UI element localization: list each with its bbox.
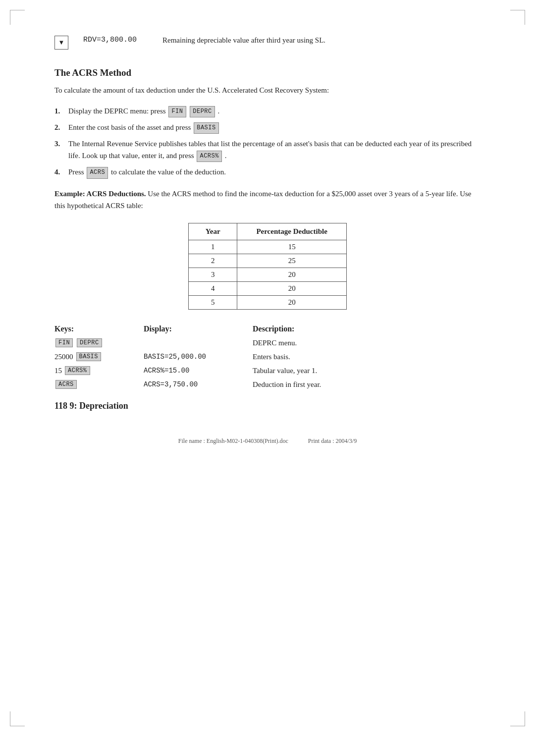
key-acrs[interactable]: ACRS <box>87 167 108 178</box>
key-basis[interactable]: BASIS <box>194 122 219 134</box>
kdd-row-1: FINDEPRCDEPRC menu. <box>54 338 481 347</box>
key-btn-acrs[interactable]: ACRS <box>55 380 77 389</box>
kdd-display-cell-3: ACRS%=15.00 <box>144 367 253 375</box>
step-2-content: Enter the cost basis of the asset and pr… <box>68 121 481 134</box>
acrs-table: Year Percentage Deductible 1152253204205… <box>188 223 347 310</box>
kdd-desc-cell-4: Deduction in first year. <box>253 380 481 389</box>
table-row: 420 <box>189 282 347 296</box>
acrs-table-wrapper: Year Percentage Deductible 1152253204205… <box>54 223 481 310</box>
step-4: 4. Press ACRS to calculate the value of … <box>54 166 481 178</box>
rdv-icon: ▼ <box>54 36 68 50</box>
key-btn-basis[interactable]: BASIS <box>76 352 102 361</box>
cell-pct: 20 <box>237 268 347 282</box>
page-content: ▼ RDV=3,800.00 Remaining depreciable val… <box>54 0 481 455</box>
corner-tl <box>10 10 25 25</box>
col-header-pct-deductible: Percentage Deductible <box>237 223 347 240</box>
kdd-desc-cell-2: Enters basis. <box>253 353 481 361</box>
kdd-display-cell-4: ACRS=3,750.00 <box>144 380 253 388</box>
kdd-keys-cell-3: 15ACRS% <box>54 366 144 375</box>
kdd-header: Keys: Display: Description: <box>54 324 481 333</box>
key-btn-fin[interactable]: FIN <box>55 338 73 347</box>
kdd-header-description: Description: <box>253 324 481 333</box>
kdd-keys-plain-3: 15 <box>54 367 62 375</box>
kdd-display-cell-2: BASIS=25,000.00 <box>144 353 253 361</box>
cell-year: 3 <box>189 268 237 282</box>
kdd-row-3: 15ACRS%ACRS%=15.00Tabular value, year 1. <box>54 366 481 375</box>
cell-pct: 20 <box>237 282 347 296</box>
cell-year: 2 <box>189 254 237 268</box>
page-footer: File name : English-M02-1-040308(Print).… <box>54 437 481 445</box>
rdv-row: ▼ RDV=3,800.00 Remaining depreciable val… <box>54 35 481 50</box>
rdv-value: RDV=3,800.00 <box>83 36 162 44</box>
corner-tr <box>510 10 525 25</box>
kdd-header-keys: Keys: <box>54 324 144 333</box>
acrs-intro: To calculate the amount of tax deduction… <box>54 84 481 96</box>
table-row: 225 <box>189 254 347 268</box>
corner-br <box>510 711 525 726</box>
key-btn-deprc[interactable]: DEPRC <box>77 338 102 347</box>
footer-printdate: Print data : 2004/3/9 <box>308 437 357 445</box>
step-4-content: Press ACRS to calculate the value of the… <box>68 166 481 178</box>
key-deprc[interactable]: DEPRC <box>190 106 215 117</box>
step-2-num: 2. <box>54 121 68 133</box>
cell-pct: 25 <box>237 254 347 268</box>
col-header-year: Year <box>189 223 237 240</box>
rdv-description: Remaining depreciable value after third … <box>162 35 325 46</box>
kdd-keys-plain-2: 25000 <box>54 353 73 361</box>
example-text: Example: ACRS Deductions. Use the ACRS m… <box>54 188 481 213</box>
step-1: 1. Display the DEPRC menu: press FIN DEP… <box>54 105 481 117</box>
kdd-keys-cell-4: ACRS <box>54 380 144 389</box>
table-row: 115 <box>189 240 347 254</box>
kdd-header-display: Display: <box>144 324 253 333</box>
step-1-content: Display the DEPRC menu: press FIN DEPRC … <box>68 105 481 117</box>
cell-year: 1 <box>189 240 237 254</box>
example-label: Example: ACRS Deductions. <box>54 190 146 198</box>
key-btn-acrs%[interactable]: ACRS% <box>65 366 90 375</box>
step-1-num: 1. <box>54 105 68 117</box>
table-row: 320 <box>189 268 347 282</box>
cell-year: 4 <box>189 282 237 296</box>
kdd-row-4: ACRSACRS=3,750.00Deduction in first year… <box>54 380 481 389</box>
acrs-steps-list: 1. Display the DEPRC menu: press FIN DEP… <box>54 105 481 179</box>
kdd-desc-cell-3: Tabular value, year 1. <box>253 367 481 375</box>
cell-pct: 15 <box>237 240 347 254</box>
key-acrs-pct[interactable]: ACRS% <box>197 151 222 162</box>
cell-pct: 20 <box>237 296 347 310</box>
kdd-row-2: 25000BASISBASIS=25,000.00Enters basis. <box>54 352 481 361</box>
acrs-table-body: 115225320420520 <box>189 240 347 310</box>
step-2: 2. Enter the cost basis of the asset and… <box>54 121 481 134</box>
step-3: 3. The Internal Revenue Service publishe… <box>54 138 481 162</box>
kdd-keys-cell-2: 25000BASIS <box>54 352 144 361</box>
step-4-num: 4. <box>54 166 68 178</box>
footer-filename: File name : English-M02-1-040308(Print).… <box>178 437 288 445</box>
step-3-content: The Internal Revenue Service publishes t… <box>68 138 481 162</box>
kdd-desc-cell-1: DEPRC menu. <box>253 339 481 347</box>
corner-bl <box>10 711 25 726</box>
key-fin[interactable]: FIN <box>168 106 186 117</box>
table-row: 520 <box>189 296 347 310</box>
table-header-row: Year Percentage Deductible <box>189 223 347 240</box>
kdd-rows: FINDEPRCDEPRC menu.25000BASISBASIS=25,00… <box>54 338 481 389</box>
kdd-keys-cell-1: FINDEPRC <box>54 338 144 347</box>
chapter-label: 118 9: Depreciation <box>54 401 481 411</box>
step-3-num: 3. <box>54 138 68 150</box>
cell-year: 5 <box>189 296 237 310</box>
acrs-section-title: The ACRS Method <box>54 67 481 78</box>
